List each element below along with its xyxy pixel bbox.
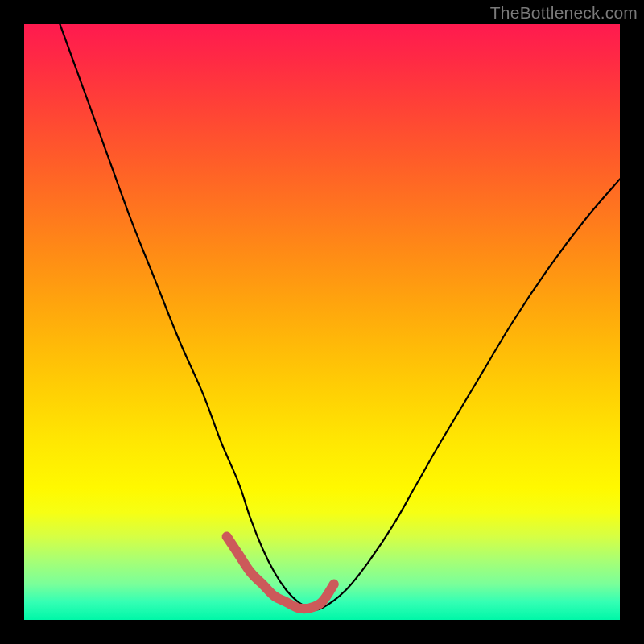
main-curve [60,24,620,609]
plot-area [24,24,620,620]
watermark-text: TheBottleneck.com [490,3,638,23]
chart-frame: TheBottleneck.com [0,0,644,644]
highlight-segment [227,536,334,609]
chart-svg [24,24,620,620]
